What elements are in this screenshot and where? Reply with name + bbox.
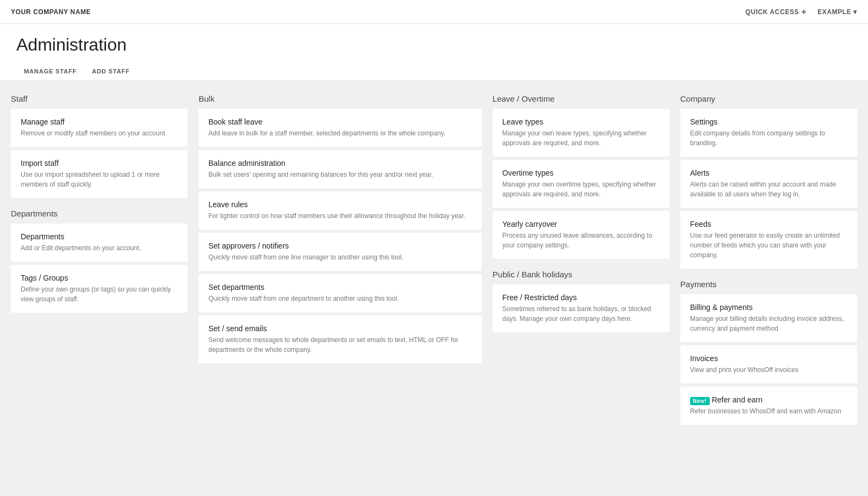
set-departments-title: Set departments (208, 283, 472, 292)
balance-admin-title: Balance administration (208, 159, 472, 168)
staff-column: Staff Manage staff Remove or modify staf… (11, 94, 188, 324)
leave-overtime-section-title: Leave / Overtime (493, 94, 669, 103)
book-staff-leave-card[interactable]: Book staff leave Add leave in bulk for a… (199, 109, 481, 147)
tags-groups-desc: Define your own groups (or tags) so you … (21, 284, 178, 304)
payments-section-title: Payments (680, 280, 857, 289)
book-staff-leave-title: Book staff leave (208, 117, 472, 126)
set-send-emails-title: Set / send emails (208, 324, 472, 333)
tags-groups-card[interactable]: Tags / Groups Define your own groups (or… (11, 265, 188, 313)
import-staff-card[interactable]: Import staff Use our import spreadsheet … (11, 150, 188, 198)
invoices-title: Invoices (690, 354, 847, 363)
free-restricted-days-desc: Sometimes referred to as bank holidays, … (503, 304, 660, 324)
tags-groups-title: Tags / Groups (21, 274, 178, 282)
departments-desc: Add or Edit departments on your account. (21, 243, 178, 253)
set-approvers-title: Set approvers / notifiers (208, 241, 472, 250)
company-column: Company Settings Edit company details fr… (680, 94, 857, 436)
leave-overtime-section: Leave / Overtime Leave types Manage your… (493, 94, 669, 262)
quick-access-button[interactable]: QUICK ACCESS + (745, 7, 807, 17)
company-section: Company Settings Edit company details fr… (680, 94, 857, 272)
leave-rules-desc: For tighter control on how staff members… (208, 211, 472, 221)
public-holidays-section: Public / Bank holidays Free / Restricted… (493, 270, 669, 336)
leave-rules-card[interactable]: Leave rules For tighter control on how s… (199, 191, 481, 230)
set-send-emails-card[interactable]: Set / send emails Send welcome messages … (199, 315, 481, 363)
set-send-emails-desc: Send welcome messages to whole departmen… (208, 335, 472, 355)
overtime-types-desc: Manage your own overtime types, specifyi… (503, 179, 660, 199)
alerts-card[interactable]: Alerts Alerts can be raised within your … (680, 160, 857, 208)
departments-title: Departments (21, 232, 178, 241)
top-nav-right: QUICK ACCESS + EXAMPLE ▾ (745, 7, 857, 17)
set-departments-desc: Quickly move staff from one department t… (208, 294, 472, 303)
settings-title: Settings (690, 117, 847, 126)
overtime-types-card[interactable]: Overtime types Manage your own overtime … (493, 160, 669, 208)
alerts-desc: Alerts can be raised within your account… (690, 179, 847, 199)
page-tabs: MANAGE STAFF ADD STAFF (16, 63, 852, 80)
page-header: Administration MANAGE STAFF ADD STAFF (0, 24, 868, 81)
billing-payments-card[interactable]: Billing & payments Manage your billing d… (680, 294, 857, 342)
manage-staff-desc: Remove or modify staff members on your a… (21, 128, 178, 138)
staff-section-title: Staff (11, 94, 188, 103)
manage-staff-card[interactable]: Manage staff Remove or modify staff memb… (11, 109, 188, 147)
set-approvers-desc: Quickly move staff from one line manager… (208, 252, 472, 262)
yearly-carryover-desc: Process any unused leave allowances, acc… (503, 231, 660, 250)
chevron-down-icon: ▾ (853, 8, 857, 16)
refer-earn-card[interactable]: New! Refer and earn Refer businesses to … (680, 387, 857, 425)
book-staff-leave-desc: Add leave in bulk for a staff member, se… (208, 128, 472, 138)
refer-earn-desc: Refer businesses to WhosOff and earn wit… (690, 406, 847, 416)
plus-icon: + (801, 7, 807, 17)
staff-section: Staff Manage staff Remove or modify staf… (11, 94, 188, 201)
leave-types-desc: Manage your own leave types, specifying … (503, 128, 660, 148)
example-label: EXAMPLE (817, 8, 851, 16)
set-approvers-card[interactable]: Set approvers / notifiers Quickly move s… (199, 233, 481, 271)
invoices-card[interactable]: Invoices View and print your WhosOff inv… (680, 345, 857, 383)
import-staff-title: Import staff (21, 159, 178, 168)
leave-types-card[interactable]: Leave types Manage your own leave types,… (493, 109, 669, 157)
bulk-section: Bulk Book staff leave Add leave in bulk … (199, 94, 481, 367)
balance-admin-card[interactable]: Balance administration Bulk set users' o… (199, 150, 481, 188)
company-name: YOUR COMPANY NAME (11, 8, 91, 16)
quick-access-label: QUICK ACCESS (745, 8, 799, 16)
top-nav: YOUR COMPANY NAME QUICK ACCESS + EXAMPLE… (0, 0, 868, 24)
settings-card[interactable]: Settings Edit company details from compa… (680, 109, 857, 157)
tab-manage-staff[interactable]: MANAGE STAFF (16, 63, 84, 81)
departments-section: Departments Departments Add or Edit depa… (11, 209, 188, 316)
departments-card[interactable]: Departments Add or Edit departments on y… (11, 224, 188, 262)
alerts-title: Alerts (690, 169, 847, 177)
manage-staff-title: Manage staff (21, 117, 178, 126)
payments-section: Payments Billing & payments Manage your … (680, 280, 857, 428)
import-staff-desc: Use our import spreadsheet to upload 1 o… (21, 170, 178, 189)
settings-desc: Edit company details from company settin… (690, 128, 847, 148)
billing-payments-desc: Manage your billing details including in… (690, 314, 847, 333)
invoices-desc: View and print your WhosOff invoices (690, 365, 847, 375)
bulk-column: Bulk Book staff leave Add leave in bulk … (199, 94, 481, 374)
new-badge: New! (690, 397, 710, 405)
yearly-carryover-card[interactable]: Yearly carryover Process any unused leav… (493, 211, 669, 259)
refer-earn-title-row: New! Refer and earn (690, 395, 847, 406)
feeds-card[interactable]: Feeds Use our feed generator to easily c… (680, 211, 857, 269)
feeds-desc: Use our feed generator to easily create … (690, 231, 847, 260)
leave-types-title: Leave types (503, 117, 660, 126)
feeds-title: Feeds (690, 220, 847, 228)
main-content: Staff Manage staff Remove or modify staf… (0, 81, 868, 449)
bulk-section-title: Bulk (199, 94, 481, 103)
free-restricted-days-card[interactable]: Free / Restricted days Sometimes referre… (493, 284, 669, 332)
page-title: Administration (16, 35, 852, 55)
example-menu-button[interactable]: EXAMPLE ▾ (817, 8, 857, 16)
tab-add-staff[interactable]: ADD STAFF (84, 63, 137, 81)
refer-earn-title: Refer and earn (712, 395, 762, 404)
free-restricted-days-title: Free / Restricted days (503, 293, 660, 302)
yearly-carryover-title: Yearly carryover (503, 220, 660, 228)
overtime-types-title: Overtime types (503, 169, 660, 177)
departments-section-title: Departments (11, 209, 188, 218)
billing-payments-title: Billing & payments (690, 303, 847, 312)
balance-admin-desc: Bulk set users' opening and remaining ba… (208, 170, 472, 179)
company-section-title: Company (680, 94, 857, 103)
set-departments-card[interactable]: Set departments Quickly move staff from … (199, 274, 481, 312)
public-holidays-section-title: Public / Bank holidays (493, 270, 669, 279)
leave-rules-title: Leave rules (208, 200, 472, 209)
leave-overtime-column: Leave / Overtime Leave types Manage your… (493, 94, 669, 343)
